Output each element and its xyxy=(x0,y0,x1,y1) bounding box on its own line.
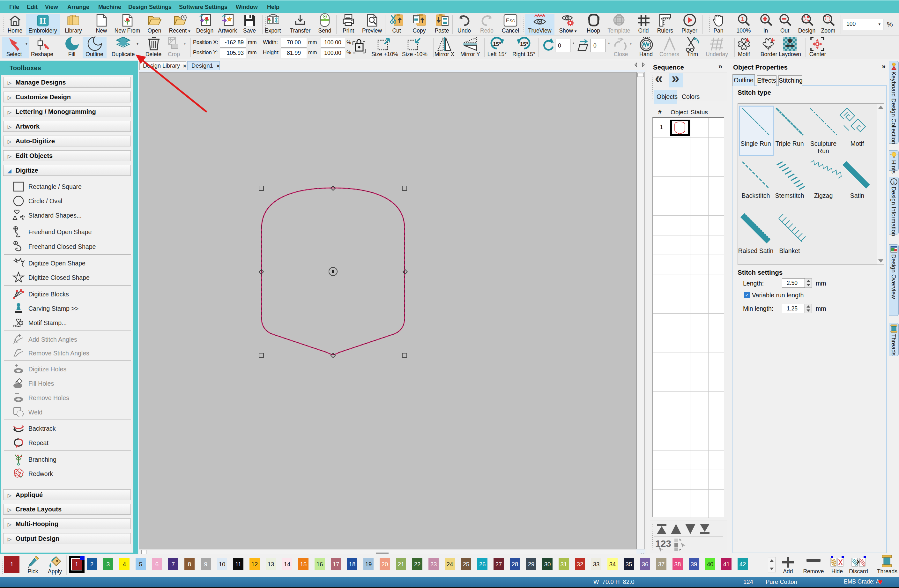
svg-text:1: 1 xyxy=(741,15,745,22)
svg-text:15°: 15° xyxy=(520,41,528,47)
svg-text:Esc: Esc xyxy=(506,17,515,24)
svg-text:15°: 15° xyxy=(493,41,501,47)
svg-text:i: i xyxy=(893,180,894,185)
svg-text:H: H xyxy=(40,16,46,26)
